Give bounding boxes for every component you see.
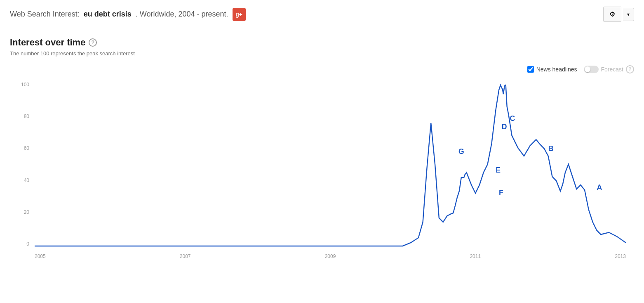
- y-label-40: 40: [10, 178, 33, 183]
- x-axis: 2005 2007 2009 2011 2013: [35, 253, 626, 259]
- forecast-toggle[interactable]: [584, 66, 599, 73]
- annotation-A: A: [597, 183, 602, 192]
- forecast-help-icon[interactable]: ?: [626, 65, 634, 73]
- interest-section: Interest over time ? The number 100 repr…: [0, 27, 644, 57]
- dropdown-button[interactable]: ▾: [623, 8, 634, 21]
- title-query: eu debt crisis: [84, 10, 132, 19]
- annotation-D: D: [502, 123, 507, 131]
- news-headlines-label: News headlines: [536, 66, 577, 73]
- x-label-2011: 2011: [470, 253, 481, 259]
- y-label-20: 20: [10, 209, 33, 215]
- title-prefix: Web Search Interest:: [10, 10, 80, 19]
- annotation-F: F: [499, 189, 503, 197]
- chart-area: G F E D C B A: [35, 82, 626, 247]
- chart-container: 0 20 40 60 80 100 G F E D C: [10, 73, 634, 263]
- annotation-C: C: [510, 114, 515, 123]
- annotation-E: E: [496, 166, 501, 174]
- chart-controls: News headlines Forecast ?: [0, 64, 644, 73]
- y-label-0: 0: [10, 241, 33, 247]
- news-headlines-toggle[interactable]: News headlines: [527, 66, 577, 73]
- page-header: Web Search Interest: eu debt crisis . Wo…: [0, 0, 644, 27]
- annotation-G: G: [458, 147, 464, 156]
- header-title: Web Search Interest: eu debt crisis . Wo…: [10, 8, 246, 21]
- x-label-2013: 2013: [615, 253, 626, 259]
- header-controls: ⚙ ▾: [603, 7, 634, 22]
- section-title-row: Interest over time ?: [10, 37, 634, 48]
- y-axis: 0 20 40 60 80 100: [10, 82, 33, 247]
- x-label-2009: 2009: [325, 253, 336, 259]
- section-divider: [10, 60, 634, 60]
- y-label-100: 100: [10, 82, 33, 88]
- y-label-60: 60: [10, 145, 33, 151]
- section-title-text: Interest over time: [10, 37, 85, 48]
- trend-line: [35, 85, 626, 246]
- x-label-2005: 2005: [35, 253, 46, 259]
- settings-button[interactable]: ⚙: [603, 7, 621, 22]
- y-label-80: 80: [10, 114, 33, 119]
- line-chart-svg: G F E D C B A: [35, 82, 626, 247]
- news-headlines-checkbox[interactable]: [527, 66, 534, 73]
- grid-line-0: [35, 247, 626, 247]
- forecast-control: Forecast ?: [584, 65, 634, 73]
- section-subtitle: The number 100 represents the peak searc…: [10, 50, 634, 57]
- gplus-icon[interactable]: g+: [233, 8, 246, 21]
- title-suffix: . Worldwide, 2004 - present.: [136, 10, 228, 19]
- help-icon[interactable]: ?: [89, 38, 97, 47]
- forecast-label-text: Forecast: [601, 66, 623, 73]
- annotation-B: B: [548, 144, 554, 153]
- x-label-2007: 2007: [180, 253, 191, 259]
